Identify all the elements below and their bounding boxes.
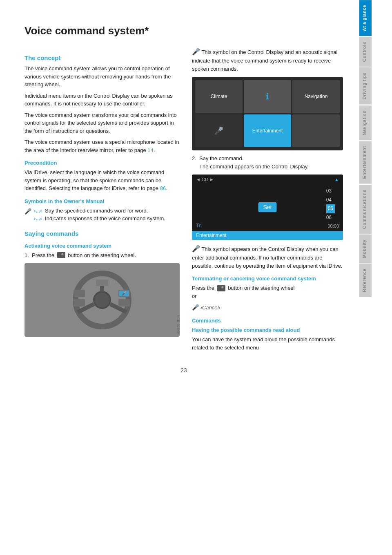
terminate-button-icon — [217, 285, 225, 291]
cancel-cmd: 🎤 ›Cancel‹ — [192, 303, 343, 312]
track-03: 03 — [326, 187, 335, 196]
page-ref-14[interactable]: 14 — [147, 147, 153, 153]
tr-label: Tr. — [196, 222, 202, 228]
cd-time: 00:00 — [327, 224, 339, 228]
page-ref-86[interactable]: 86 — [160, 185, 166, 191]
commands-heading: Commands — [192, 318, 343, 324]
step2-num: 2. — [192, 154, 199, 170]
symbols-heading: Symbols in the Owner's Manual — [24, 198, 180, 204]
svg-text:🎤: 🎤 — [122, 291, 127, 296]
right-column: 🎤 This symbol on the Control Display and… — [192, 47, 343, 355]
step2-text: Say the command.The command appears on t… — [199, 154, 309, 170]
main-content: Voice command system* The concept The vo… — [0, 0, 359, 555]
svg-rect-9 — [96, 280, 108, 286]
terminating-text: Press the button on the steering wheelor — [192, 284, 343, 300]
sidebar-tab-mobility[interactable]: Mobility — [359, 235, 372, 263]
precondition-heading: Precondition — [24, 160, 180, 166]
cancel-text: ›Cancel‹ — [200, 304, 220, 311]
sidebar-tab-navigation[interactable]: Navigation — [359, 105, 372, 140]
sidebar-tab-controls[interactable]: Controls — [359, 37, 372, 67]
empty-btn — [292, 114, 340, 148]
sidebar-tab-entertainment[interactable]: Entertainment — [359, 141, 372, 184]
cd-tracks: 03 04 05 06 — [326, 187, 335, 222]
svg-rect-5 — [74, 290, 85, 297]
page-number: 23 — [24, 367, 343, 374]
cd-set-button: Set — [258, 202, 276, 212]
concept-para1: The voice command system allows you to c… — [24, 65, 180, 89]
step2-item: 2. Say the command.The command appears o… — [192, 154, 343, 170]
sidebar: At a glance Controls Driving tips Naviga… — [359, 0, 372, 555]
entertainment-btn: Entertainment — [244, 114, 291, 148]
track-04: 04 — [326, 196, 335, 205]
intro-symbol-text: 🎤 This symbol on the Control Display and… — [192, 47, 343, 73]
mic-ready-icon: 🎤 — [192, 48, 200, 55]
additional-symbol-text: 🎤 This symbol appears on the Control Dis… — [192, 244, 343, 270]
step1-num: 1. — [24, 251, 32, 260]
cd-display-content: ◄ CD ► ▲ 03 04 05 06 Set 00:00 Entertain… — [192, 175, 343, 240]
mic-additional-icon: 🎤 — [192, 245, 200, 252]
watermark-cd: VCE-3256A — [343, 184, 343, 201]
steering-button-icon — [57, 252, 65, 258]
control-display-image: Climate ℹ Navigation 🎤 Entertainment VCE… — [192, 77, 343, 150]
cd-title: ◄ CD ► — [196, 177, 214, 182]
svg-rect-7 — [74, 299, 85, 307]
steering-wheel-image: 🎤 VCE-0264A — [24, 263, 180, 337]
mic-btn: 🎤 — [195, 114, 243, 148]
ctrl-display-grid: Climate ℹ Navigation 🎤 Entertainment — [192, 77, 343, 150]
page-title: Voice command system* — [24, 25, 343, 37]
mic-symbol-icon: 🎤 — [24, 207, 31, 216]
having-text: You can have the system read aloud the p… — [192, 336, 343, 351]
sidebar-tab-reference[interactable]: Reference — [359, 264, 372, 297]
step1-item: 1. Press the button on the steering whee… — [24, 251, 180, 260]
concept-para4: The voice command system uses a special … — [24, 138, 180, 154]
climate-btn: Climate — [195, 80, 243, 113]
cd-footer-label: Entertainment — [196, 233, 227, 238]
cancel-mic-icon: 🎤 — [192, 304, 199, 311]
left-column: The concept The voice command system all… — [24, 47, 180, 355]
symbol1-text: ›...‹ Say the specified commands word fo… — [34, 207, 165, 223]
svg-rect-8 — [118, 299, 130, 307]
cd-up-arrow: ▲ — [334, 177, 339, 182]
sidebar-tab-communications[interactable]: Communications — [359, 185, 372, 234]
steering-wheel-svg: 🎤 — [61, 267, 143, 333]
sidebar-tab-at-a-glance[interactable]: At a glance — [359, 0, 372, 36]
cd-display-image: ◄ CD ► ▲ 03 04 05 06 Set 00:00 Entertain… — [192, 175, 343, 240]
precondition-text: Via iDrive, select the language in which… — [24, 168, 180, 192]
svg-point-1 — [94, 292, 110, 308]
symbol-row-1: 🎤 ›...‹ Say the specified commands word … — [24, 207, 180, 223]
step1-text: Press the button on the steering wheel. — [32, 251, 136, 260]
navigation-btn: Navigation — [292, 80, 340, 113]
concept-para3: The voice command system transforms your… — [24, 111, 180, 135]
cd-header: ◄ CD ► ▲ — [196, 177, 339, 182]
having-heading: Having the possible commands read aloud — [192, 327, 343, 333]
saying-commands-heading: Saying commands — [24, 230, 180, 237]
sidebar-tab-driving-tips[interactable]: Driving tips — [359, 67, 372, 105]
track-06: 06 — [326, 213, 335, 222]
info-btn: ℹ — [244, 80, 291, 113]
concept-heading: The concept — [24, 54, 180, 61]
cd-footer: Entertainment — [192, 231, 343, 240]
track-05: 05 — [326, 204, 335, 213]
watermark-left: VCE-0264A — [176, 315, 180, 334]
terminating-heading: Terminating or canceling voice command s… — [192, 275, 343, 282]
activating-heading: Activating voice command system — [24, 243, 180, 249]
concept-para2: Individual menu items on the Control Dis… — [24, 92, 180, 108]
